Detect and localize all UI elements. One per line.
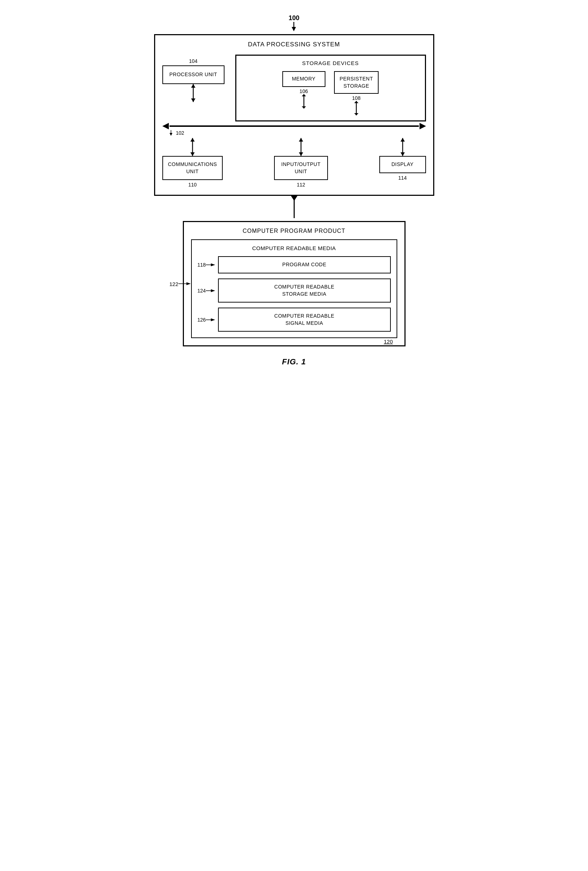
- svg-marker-17: [190, 153, 195, 156]
- dps-cpp-connector: [288, 196, 300, 221]
- display-ref: 114: [398, 175, 407, 181]
- processor-unit-box: PROCESSOR UNIT: [162, 65, 224, 84]
- crsignalm-ref: 126: [197, 317, 206, 323]
- memory-bus-arrow-icon: [298, 94, 309, 109]
- bus-left-arrow-icon: [162, 121, 169, 131]
- top-arrow-icon: [289, 22, 299, 33]
- crm-box: COMPUTER READABLE MEDIA 120 118 PROGRAM …: [191, 239, 397, 338]
- bus-ref-arrow-icon: [166, 130, 176, 136]
- crm-title: COMPUTER READABLE MEDIA: [197, 245, 391, 251]
- crsm-ref: 124: [197, 288, 206, 293]
- page-container: 100 DATA PROCESSING SYSTEM 104 PROCESSOR…: [147, 14, 441, 367]
- persistent-col: PERSISTENTSTORAGE 108: [334, 71, 379, 115]
- memory-ref: 106: [299, 88, 308, 94]
- processor-ref-label: 104: [189, 58, 197, 64]
- svg-marker-10: [354, 113, 359, 115]
- svg-marker-3: [191, 84, 195, 88]
- persistent-ref: 108: [352, 95, 360, 101]
- memory-col: MEMORY 106: [282, 71, 325, 115]
- cpp-box: 122 COMPUTER PROGRAM PRODUCT COMPUTER RE…: [183, 221, 405, 346]
- cpp-ref-number: 122: [169, 281, 178, 287]
- program-code-ref-arrow-icon: [206, 262, 216, 267]
- processor-bus-arrow-icon: [188, 84, 199, 102]
- crsm-row: 124 COMPUTER READABLESTORAGE MEDIA: [197, 278, 391, 302]
- persistent-bus-arrow-icon: [351, 101, 362, 115]
- display-col: DISPLAY 114: [379, 138, 426, 181]
- persistent-label: PERSISTENTSTORAGE: [340, 76, 373, 89]
- svg-marker-25: [291, 196, 298, 201]
- crsignalm-label: COMPUTER READABLESIGNAL MEDIA: [274, 313, 334, 326]
- crsm-ref-area: 124: [197, 288, 216, 293]
- program-code-ref: 118: [197, 262, 206, 268]
- dps-title: DATA PROCESSING SYSTEM: [162, 41, 426, 48]
- top-ref-number: 100: [289, 14, 299, 22]
- svg-marker-31: [211, 289, 215, 292]
- bottom-row: COMMUNICATIONSUNIT 110 INPUT/OUTPUTUNIT …: [162, 138, 426, 187]
- crsm-box: COMPUTER READABLESTORAGE MEDIA: [218, 278, 391, 302]
- svg-marker-33: [211, 318, 215, 321]
- comm-ref: 110: [188, 182, 196, 187]
- top-ref-label: 100: [289, 14, 299, 33]
- processor-unit-label: PROCESSOR UNIT: [169, 72, 217, 77]
- crsignalm-box: COMPUTER READABLESIGNAL MEDIA: [218, 308, 391, 332]
- cpp-title: COMPUTER PROGRAM PRODUCT: [191, 228, 397, 234]
- program-code-label: PROGRAM CODE: [282, 262, 326, 267]
- io-unit-box: INPUT/OUTPUTUNIT: [274, 156, 328, 180]
- svg-marker-9: [354, 101, 359, 103]
- crsignalm-row: 126 COMPUTER READABLESIGNAL MEDIA: [197, 308, 391, 332]
- comm-unit-label: COMMUNICATIONSUNIT: [168, 161, 217, 174]
- cpp-ref-area: 122: [169, 281, 192, 287]
- crsignalm-ref-area: 126: [197, 317, 216, 323]
- program-code-ref-area: 118: [197, 262, 216, 268]
- program-code-row: 118 PROGRAM CODE: [197, 256, 391, 274]
- io-ref: 112: [297, 182, 305, 187]
- memory-label: MEMORY: [292, 76, 316, 82]
- svg-marker-4: [191, 99, 195, 102]
- storage-devices-title: STORAGE DEVICES: [242, 60, 419, 66]
- svg-marker-12: [419, 123, 426, 129]
- storage-devices-col: STORAGE DEVICES MEMORY 106: [235, 55, 426, 121]
- svg-marker-7: [302, 106, 306, 109]
- comm-col: COMMUNICATIONSUNIT 110: [162, 138, 223, 187]
- memory-box: MEMORY: [282, 71, 325, 87]
- bus-right-arrow-icon: [419, 121, 426, 131]
- persistent-storage-box: PERSISTENTSTORAGE: [334, 71, 379, 94]
- svg-marker-23: [401, 153, 405, 156]
- dps-box: DATA PROCESSING SYSTEM 104 PROCESSOR UNI…: [154, 34, 434, 196]
- svg-marker-1: [292, 27, 296, 31]
- program-code-box: PROGRAM CODE: [218, 256, 391, 274]
- bus-row: [162, 121, 426, 131]
- svg-marker-6: [302, 94, 306, 96]
- svg-marker-29: [211, 263, 215, 266]
- io-col: INPUT/OUTPUTUNIT 112: [274, 138, 328, 187]
- crm-ref-number: 120: [384, 338, 393, 344]
- crsm-ref-arrow-icon: [206, 288, 216, 293]
- processor-col: 104 PROCESSOR UNIT: [162, 58, 224, 102]
- bus-ref-number: 102: [176, 130, 184, 136]
- svg-marker-22: [401, 138, 405, 142]
- crsm-label: COMPUTER READABLESTORAGE MEDIA: [274, 284, 334, 297]
- io-bus-arrow-icon: [296, 138, 307, 156]
- comm-unit-box: COMMUNICATIONSUNIT: [162, 156, 223, 180]
- display-box: DISPLAY: [379, 156, 426, 173]
- svg-marker-19: [299, 138, 303, 142]
- storage-inner-row: MEMORY 106: [242, 71, 419, 115]
- svg-marker-11: [162, 123, 169, 129]
- connector-arrow-icon: [288, 196, 300, 221]
- fig-label: FIG. 1: [282, 357, 306, 367]
- cpp-ref-arrow-icon: [178, 281, 192, 287]
- svg-marker-16: [190, 138, 195, 142]
- svg-marker-14: [169, 133, 172, 136]
- display-bus-arrow-icon: [397, 138, 408, 156]
- bus-line: [169, 126, 419, 127]
- comm-bus-arrow-icon: [187, 138, 198, 156]
- svg-marker-20: [299, 153, 303, 156]
- crsignalm-ref-arrow-icon: [206, 317, 216, 322]
- display-label: DISPLAY: [392, 161, 414, 167]
- io-unit-label: INPUT/OUTPUTUNIT: [281, 161, 320, 174]
- bus-ref-area: 102: [166, 130, 426, 136]
- storage-devices-box: STORAGE DEVICES MEMORY 106: [235, 55, 426, 121]
- svg-marker-27: [186, 283, 191, 285]
